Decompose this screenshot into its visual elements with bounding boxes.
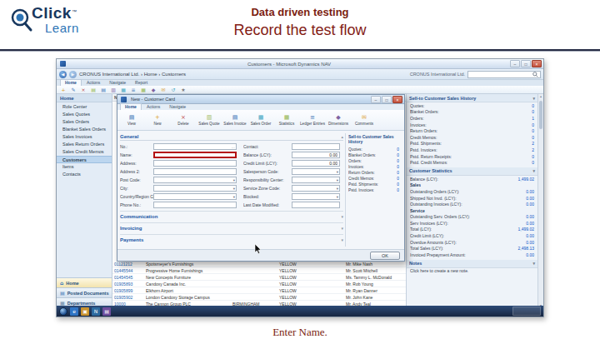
factbox-row-label[interactable]: Click here to create a new note. [410, 268, 468, 273]
factbox-row-value[interactable]: 0.00 [526, 196, 534, 201]
fasttab-section-header[interactable]: Payments ▾ [120, 234, 343, 244]
dialog-ribbon-button[interactable]: × Delete [171, 111, 196, 129]
dialog-close-button[interactable]: × [392, 96, 402, 103]
table-row[interactable]: 01905899 Elkhorn Airport YELLOW Mr. Ryan… [112, 287, 406, 294]
navigation-item[interactable]: Contacts [57, 171, 112, 178]
window-minimize-button[interactable]: – [510, 60, 520, 67]
chevron-down-icon[interactable]: ▾ [532, 261, 535, 266]
factbox-row-value[interactable]: 0 [532, 160, 534, 165]
navigation-item[interactable]: Blanket Sales Orders [57, 126, 112, 133]
factbox-row-value[interactable]: 0 [532, 135, 534, 140]
table-row[interactable]: 01454545 New Concepts Furniture YELLOW M… [112, 274, 406, 281]
dialog-ribbon-button[interactable]: ≡ Ledger Entries [300, 111, 325, 129]
chevron-down-icon[interactable]: ▾ [532, 168, 535, 173]
scroll-up-icon[interactable]: ▴ [538, 94, 543, 98]
ribbon-button[interactable]: ▦ [139, 87, 148, 93]
factbox-row-value[interactable]: 0.00 [526, 189, 534, 194]
ribbon-button[interactable]: ◆ [149, 87, 158, 93]
ribbon-button[interactable]: ▤ [89, 87, 98, 93]
factbox-row-value[interactable]: 0 [397, 171, 399, 175]
chevron-down-icon[interactable]: ▾ [341, 214, 343, 219]
field-lookup-icon[interactable]: ▾ [233, 178, 235, 182]
field-input[interactable]: 0.00 [292, 160, 340, 167]
table-row[interactable]: 01445544 Progressive Home Furnishings YE… [112, 267, 406, 274]
navigation-item[interactable]: Sales Quotes [57, 111, 112, 118]
taskbar-icon[interactable]: N [92, 307, 100, 316]
ribbon-button[interactable]: ▤ [99, 87, 108, 93]
chevron-down-icon[interactable]: ▾ [341, 226, 343, 231]
ribbon-tab[interactable]: Report [131, 80, 152, 86]
factbox-row-value[interactable]: 1,499.02 [518, 177, 534, 182]
field-lookup-icon[interactable]: ▾ [233, 195, 235, 199]
field-lookup-icon[interactable]: ▾ [337, 187, 338, 191]
navigation-item[interactable]: Customers [57, 156, 112, 163]
factbox-row-value[interactable]: 0 [397, 188, 399, 192]
scrollbar-thumb[interactable] [539, 101, 542, 129]
field-input[interactable]: ▾ [153, 193, 237, 200]
navigation-item[interactable]: Sales Return Orders [57, 141, 112, 148]
dialog-ribbon-tab[interactable]: Navigate [165, 104, 190, 110]
dialog-minimize-button[interactable]: – [371, 96, 381, 103]
ribbon-button[interactable]: ↺ [169, 87, 178, 93]
dialog-ribbon-button[interactable]: ▦ Statistics [274, 111, 299, 129]
window-close-button[interactable]: × [532, 60, 542, 67]
chevron-down-icon[interactable]: ▾ [532, 96, 535, 101]
navigation-item[interactable]: Sales Invoices [57, 133, 112, 141]
ribbon-button[interactable]: ▦ [119, 87, 128, 93]
dialog-maximize-button[interactable]: □ [382, 96, 392, 103]
factbox-row-value[interactable]: 0 [532, 103, 534, 108]
chevron-down-icon[interactable]: ▾ [341, 237, 343, 242]
dialog-factbox-title[interactable]: Sell-to Customer Sales History [348, 134, 400, 147]
ribbon-button[interactable]: ★ [179, 87, 188, 93]
factbox-row-value[interactable]: 0 [397, 147, 399, 152]
general-section-header[interactable]: General ▴ [120, 133, 343, 141]
factbox-row-value[interactable]: 2,498.13 [518, 246, 534, 251]
start-button[interactable] [59, 307, 68, 316]
factbox-row-value[interactable]: 0 [532, 122, 534, 127]
fasttab-section-header[interactable]: Invoicing ▾ [120, 222, 343, 232]
ribbon-tab[interactable]: Actions [82, 80, 104, 86]
factbox-row-value[interactable]: 1 [532, 116, 534, 121]
factbox-title[interactable]: Sell-to Customer Sales History ▾ [407, 94, 538, 102]
navigation-item[interactable]: Sales Credit Memos [57, 148, 112, 156]
dialog-ribbon-button[interactable]: + New [145, 111, 170, 129]
field-input[interactable]: ▾ [292, 177, 340, 183]
field-lookup-icon[interactable]: … [232, 145, 236, 149]
factbox-row-value[interactable]: 0.00 [526, 214, 534, 219]
field-input[interactable]: ▾ [292, 185, 340, 192]
navigation-item[interactable]: Items [57, 163, 112, 171]
factbox-row-value[interactable]: 0 [397, 153, 399, 157]
factbox-row-value[interactable]: 0.00 [526, 233, 534, 238]
field-input[interactable] [153, 168, 237, 175]
dialog-ribbon-button[interactable]: ◆ Dimensions [326, 111, 351, 129]
factbox-row-value[interactable]: 1,499.02 [518, 227, 534, 232]
factbox-row-value[interactable]: 0.00 [526, 221, 534, 226]
field-input[interactable] [153, 202, 237, 208]
search-box[interactable] [468, 71, 541, 78]
field-input[interactable]: ▾ [153, 177, 237, 183]
field-lookup-icon[interactable]: ▾ [337, 195, 338, 199]
fasttab-section-header[interactable]: Communication ▾ [120, 211, 343, 221]
ribbon-button[interactable]: ✎ [69, 87, 78, 93]
ribbon-button[interactable]: ≡ [129, 87, 138, 93]
navigation-item[interactable]: Role Center [57, 103, 112, 111]
back-button[interactable]: ◀ [59, 71, 67, 78]
field-lookup-icon[interactable]: ▾ [233, 187, 235, 191]
table-row[interactable]: 01905893 Candoxy Canada Inc. YELLOW Mr. … [112, 281, 406, 287]
factbox-row-value[interactable]: 0 [397, 159, 399, 163]
factbox-row-value[interactable]: 0 [397, 177, 399, 181]
forward-button[interactable]: ▶ [69, 71, 77, 78]
dialog-ribbon-button[interactable]: ▦ Sales Order [248, 111, 273, 129]
taskbar-icon[interactable]: ▤ [102, 307, 111, 316]
field-input[interactable]: ▾ [292, 193, 340, 200]
field-input[interactable]: ▾ [153, 185, 237, 192]
field-input[interactable] [153, 152, 237, 158]
window-maximize-button[interactable]: □ [521, 60, 531, 67]
dialog-ribbon-button[interactable]: ▥ Sales Quote [197, 111, 222, 129]
factbox-row-value[interactable]: 0.00 [526, 202, 534, 207]
factbox-row-value[interactable]: 0 [532, 109, 534, 114]
field-input[interactable] [292, 202, 340, 208]
dialog-ribbon-tab[interactable]: Actions [142, 104, 164, 110]
factbox-row-value[interactable]: 0 [532, 128, 534, 133]
dialog-ribbon-button[interactable]: ▤ Sales Invoice [222, 111, 248, 129]
